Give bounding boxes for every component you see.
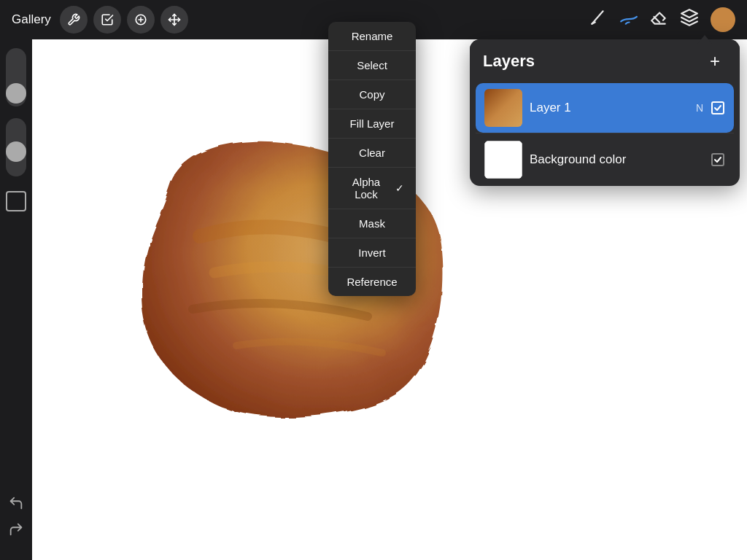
modify-button[interactable] <box>93 6 121 34</box>
left-sidebar <box>0 39 32 560</box>
brush-size-slider[interactable] <box>6 48 26 106</box>
wrench-button[interactable] <box>60 6 88 34</box>
background-layer-checkbox[interactable] <box>711 152 725 167</box>
alpha-lock-check: ✓ <box>395 182 404 194</box>
eraser-tool[interactable] <box>649 8 668 31</box>
layers-header: Layers + <box>470 39 740 83</box>
layer-1-mode: N <box>696 102 703 114</box>
layer-1-checkbox[interactable] <box>711 101 725 115</box>
context-menu-invert[interactable]: Invert <box>328 238 416 268</box>
gallery-button[interactable]: Gallery <box>12 12 51 27</box>
avatar[interactable] <box>711 7 735 32</box>
undo-button[interactable] <box>6 493 26 513</box>
background-layer-name: Background color <box>530 152 703 167</box>
context-menu-select[interactable]: Select <box>328 51 416 80</box>
ink-tool[interactable] <box>619 8 638 31</box>
toolbar-right <box>588 7 735 32</box>
smudge-button[interactable] <box>127 6 155 34</box>
color-square-button[interactable] <box>6 191 26 211</box>
context-menu-rename[interactable]: Rename <box>328 22 416 51</box>
layers-title: Layers <box>483 52 535 71</box>
layers-tool[interactable] <box>680 8 699 31</box>
pencil-tool[interactable] <box>588 8 607 31</box>
layer-row-background[interactable]: Background color <box>476 133 734 186</box>
context-menu-fill-layer[interactable]: Fill Layer <box>328 109 416 139</box>
svg-marker-5 <box>681 9 697 18</box>
layers-add-button[interactable]: + <box>703 50 727 73</box>
context-menu-mask[interactable]: Mask <box>328 209 416 238</box>
context-menu-clear[interactable]: Clear <box>328 139 416 168</box>
context-menu-copy[interactable]: Copy <box>328 80 416 109</box>
svg-line-3 <box>592 11 603 23</box>
redo-button[interactable] <box>6 519 26 540</box>
layer-1-name: Layer 1 <box>530 101 689 115</box>
panel-caret <box>697 35 712 44</box>
transform-button[interactable] <box>160 6 188 34</box>
layer-1-thumbnail <box>484 89 522 127</box>
context-menu-alpha-lock[interactable]: Alpha Lock ✓ <box>328 168 416 209</box>
sidebar-bottom-actions <box>6 260 26 551</box>
brush-opacity-slider[interactable] <box>6 118 26 176</box>
layer-row-1[interactable]: Layer 1 N <box>476 83 734 133</box>
context-menu: Rename Select Copy Fill Layer Clear Alph… <box>328 22 416 296</box>
context-menu-reference[interactable]: Reference <box>328 268 416 296</box>
layers-panel: Layers + Layer 1 N Background color <box>470 39 740 186</box>
background-layer-thumbnail <box>484 141 522 179</box>
